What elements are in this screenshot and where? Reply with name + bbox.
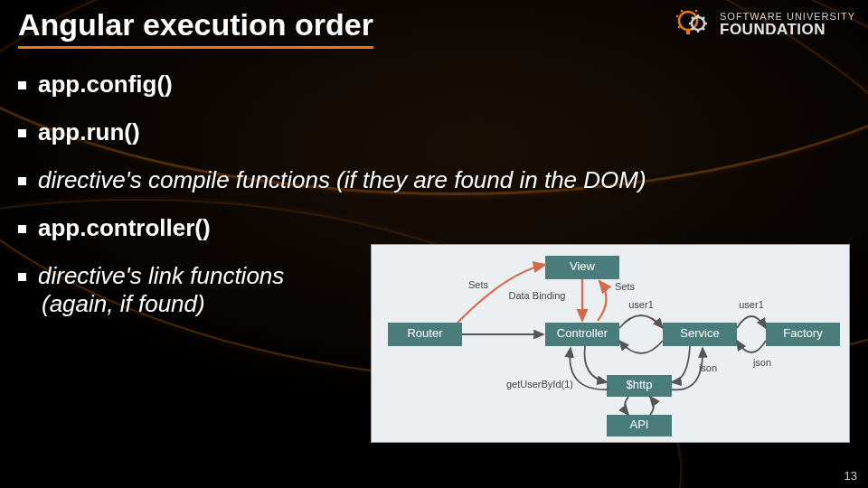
svg-line-12	[692, 28, 693, 30]
box-http: $http	[607, 375, 672, 397]
svg-text:View: View	[570, 259, 596, 273]
svg-point-4	[695, 10, 698, 13]
svg-line-11	[703, 28, 704, 30]
list-item: app.controller()	[18, 214, 850, 242]
slide-title: Angular execution order	[18, 7, 373, 49]
svg-point-1	[681, 10, 684, 13]
label-json: json	[698, 362, 717, 373]
list-item: directive's compile functions (if they a…	[18, 166, 850, 194]
box-api: API	[607, 415, 672, 436]
brand-line2: FOUNDATION	[720, 22, 855, 37]
brand-text: SOFTWARE UNIVERSITY FOUNDATION	[720, 12, 855, 37]
list-item: directive's link functions (again, if fo…	[18, 262, 363, 318]
svg-line-10	[692, 17, 693, 19]
svg-text:$http: $http	[627, 378, 653, 391]
bullet-text: directive's compile functions (if they a…	[38, 166, 646, 193]
brand-logo: SOFTWARE UNIVERSITY FOUNDATION	[675, 5, 855, 43]
label-sets-left: Sets	[468, 279, 489, 290]
bullet-text: app.controller()	[38, 214, 211, 241]
label-data-binding: Data Binding	[509, 290, 566, 301]
svg-line-13	[703, 17, 704, 19]
box-controller: Controller	[545, 323, 619, 346]
svg-point-3	[678, 26, 681, 29]
svg-text:Router: Router	[407, 326, 443, 340]
label-json: json	[752, 357, 771, 368]
list-item: app.run()	[18, 118, 850, 146]
bullet-text: directive's link functions	[38, 262, 284, 289]
box-service: Service	[663, 323, 737, 346]
label-user1: user1	[739, 299, 764, 310]
box-factory: Factory	[766, 323, 840, 346]
architecture-diagram: View Router Controller Service Factory $…	[371, 244, 850, 443]
label-sets-right: Sets	[615, 281, 636, 292]
svg-text:Factory: Factory	[783, 326, 823, 340]
bullet-subtext: (again, if found)	[38, 290, 363, 318]
svg-text:Controller: Controller	[557, 326, 609, 340]
slide: Angular execution order SOFTWARE UNIVERS…	[0, 0, 868, 488]
svg-point-2	[676, 15, 679, 18]
box-view: View	[545, 256, 619, 279]
lightbulb-gear-icon	[675, 5, 712, 43]
label-getuser: getUserById(1)	[506, 379, 573, 389]
svg-text:API: API	[630, 418, 649, 431]
bullet-text: app.run()	[38, 118, 140, 145]
svg-text:Service: Service	[680, 326, 719, 340]
list-item: app.config()	[18, 70, 850, 99]
box-router: Router	[388, 323, 462, 346]
bullet-text: app.config()	[38, 70, 173, 98]
svg-point-0	[679, 12, 697, 30]
page-number: 13	[844, 469, 857, 483]
label-user1: user1	[628, 299, 654, 310]
